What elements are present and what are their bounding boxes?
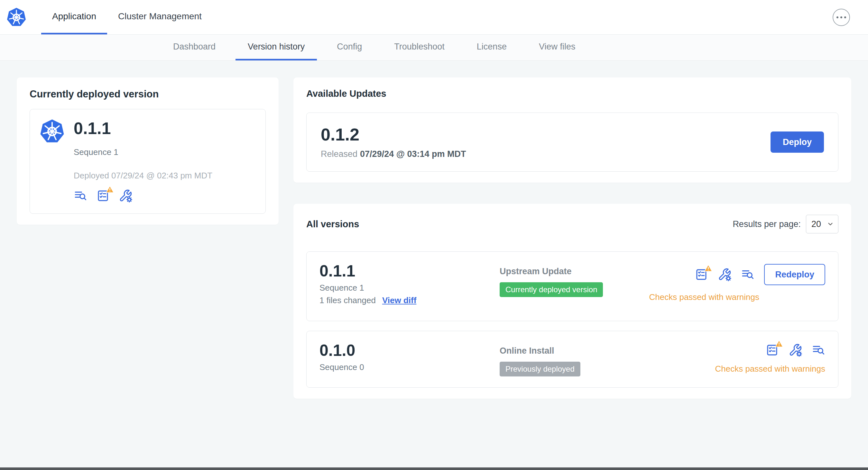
all-versions-panel: All versions Results per page: 20 0.1.1 … (293, 204, 851, 399)
update-version-number: 0.1.2 (321, 125, 771, 144)
app-subnav: Dashboard Version history Config Trouble… (0, 35, 868, 61)
update-released-line: Released07/29/24 @ 03:14 pm MDT (321, 149, 771, 159)
checklist-icon (96, 189, 110, 203)
deployed-version-number: 0.1.1 (74, 119, 254, 144)
currently-deployed-panel: Currently deployed version (17, 77, 279, 225)
ellipsis-menu-icon[interactable] (833, 9, 850, 26)
preflight-checks-warning-icon[interactable] (694, 268, 708, 281)
tab-dashboard-label: Dashboard (173, 42, 216, 52)
available-updates-panel: Available Updates 0.1.2 Released07/29/24… (293, 77, 851, 182)
tab-version-history[interactable]: Version history (236, 35, 317, 61)
main-content: Currently deployed version (0, 61, 868, 415)
tab-license[interactable]: License (465, 35, 519, 61)
deploy-logs-icon[interactable] (74, 189, 87, 203)
checks-status: Checks passed with warnings (715, 364, 826, 374)
version-row: 0.1.1 Sequence 1 1 files changed View di… (306, 251, 838, 321)
row-version-number: 0.1.0 (319, 342, 500, 359)
currently-deployed-card: 0.1.1 Sequence 1 Deployed 07/29/24 @ 02:… (30, 109, 266, 214)
tab-config[interactable]: Config (324, 35, 374, 61)
tab-cluster-management-label: Cluster Management (118, 11, 202, 22)
config-icon[interactable] (718, 268, 731, 281)
deployed-version-actions (74, 189, 254, 203)
view-diff-link[interactable]: View diff (382, 296, 416, 305)
checklist-icon (765, 343, 779, 357)
tab-config-label: Config (337, 42, 362, 52)
deployed-sequence: Sequence 1 (74, 147, 254, 157)
deployed-timestamp: Deployed 07/29/24 @ 02:43 pm MDT (74, 171, 254, 181)
version-source: Upstream Update (500, 267, 649, 276)
version-source: Online Install (500, 346, 715, 356)
app-header: Application Cluster Management (0, 0, 868, 35)
status-badge: Previously deployed (500, 362, 580, 376)
bottom-edge-strip (0, 467, 868, 470)
kubernetes-logo (6, 0, 26, 34)
config-icon[interactable] (119, 189, 132, 203)
header-spacer (213, 0, 833, 34)
preflight-checks-warning-icon[interactable] (765, 343, 779, 357)
tab-dashboard[interactable]: Dashboard (161, 35, 228, 61)
kubernetes-logo (39, 119, 65, 144)
tab-application[interactable]: Application (41, 0, 107, 34)
tab-view-files[interactable]: View files (527, 35, 588, 61)
tab-version-history-label: Version history (248, 42, 305, 52)
row-version-number: 0.1.1 (319, 263, 500, 280)
preflight-checks-warning-icon[interactable] (96, 189, 110, 203)
tab-cluster-management[interactable]: Cluster Management (107, 0, 213, 34)
tab-application-label: Application (52, 11, 96, 22)
row-sequence: Sequence 1 (319, 283, 500, 293)
results-per-page-label: Results per page: (733, 219, 801, 229)
checks-status: Checks passed with warnings (649, 292, 760, 302)
tab-license-label: License (477, 42, 507, 52)
redeploy-button[interactable]: Redeploy (764, 264, 825, 285)
version-row: 0.1.0 Sequence 0 Online Install Previous… (306, 331, 838, 388)
all-versions-title: All versions (306, 219, 359, 230)
files-changed: 1 files changed (319, 296, 376, 305)
checklist-icon (694, 268, 708, 281)
released-date: 07/29/24 @ 03:14 pm MDT (360, 149, 466, 159)
tab-troubleshoot[interactable]: Troubleshoot (382, 35, 457, 61)
results-per-page: Results per page: 20 (733, 215, 838, 233)
config-icon[interactable] (788, 343, 802, 357)
tab-troubleshoot-label: Troubleshoot (394, 42, 445, 52)
currently-deployed-title: Currently deployed version (30, 89, 266, 100)
deploy-logs-icon[interactable] (812, 343, 825, 357)
tab-view-files-label: View files (539, 42, 576, 52)
status-badge: Currently deployed version (500, 282, 603, 297)
deploy-logs-icon[interactable] (741, 268, 754, 281)
deploy-button[interactable]: Deploy (771, 132, 824, 153)
available-update-card: 0.1.2 Released07/29/24 @ 03:14 pm MDT De… (306, 112, 838, 172)
available-updates-title: Available Updates (306, 89, 838, 99)
results-per-page-select[interactable]: 20 (806, 215, 838, 233)
released-prefix: Released (321, 149, 358, 159)
row-sequence: Sequence 0 (319, 362, 500, 372)
